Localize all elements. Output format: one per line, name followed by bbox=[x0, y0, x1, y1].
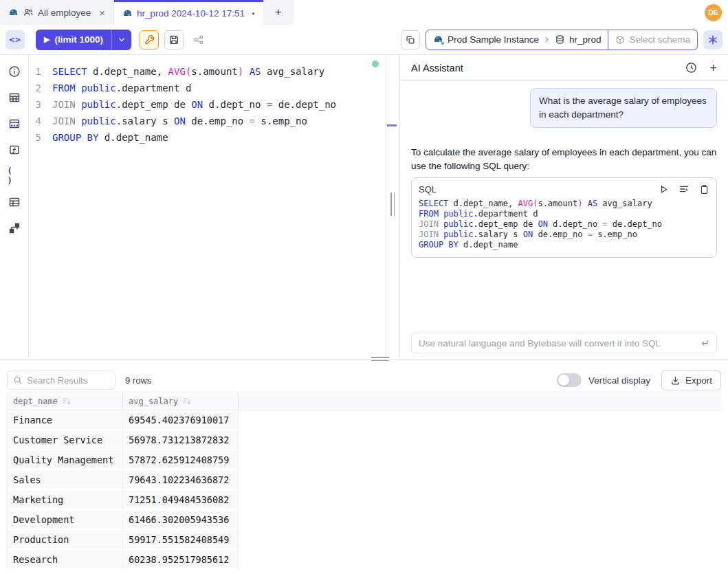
sql-editor[interactable]: 1SELECT d.dept_name, AVG(s.amount) AS av… bbox=[29, 55, 386, 359]
run-code-button[interactable] bbox=[659, 184, 669, 195]
scrollbar-thumb[interactable] bbox=[387, 124, 397, 126]
export-button[interactable]: Export bbox=[661, 370, 721, 390]
users-icon bbox=[23, 7, 34, 18]
code-line: 1SELECT d.dept_name, AVG(s.amount) AS av… bbox=[29, 63, 386, 80]
ai-prompt-input[interactable] bbox=[419, 338, 701, 349]
wrench-icon bbox=[144, 34, 155, 45]
admin-mode-button[interactable] bbox=[140, 30, 159, 49]
table-row[interactable]: Finance69545.402376910017 bbox=[8, 410, 721, 430]
user-message-bubble: What is the average salary of employees … bbox=[530, 88, 717, 128]
table-cell[interactable]: Quality Management bbox=[8, 450, 123, 470]
run-query-button[interactable]: ▶ (limit 1000) bbox=[36, 30, 131, 50]
tab-all-employee[interactable]: All employee × bbox=[0, 0, 114, 25]
line-number: 5 bbox=[29, 129, 52, 146]
chevron-down-icon bbox=[118, 36, 126, 44]
horizontal-resize-handle[interactable] bbox=[371, 357, 389, 361]
save-icon bbox=[168, 34, 179, 45]
avatar[interactable]: DE bbox=[705, 4, 722, 21]
table-row[interactable]: Production59917.551582408549 bbox=[8, 530, 721, 550]
table-row[interactable]: Marketing71251.049484536082 bbox=[8, 490, 721, 510]
schema-selector[interactable]: Select schema bbox=[608, 30, 698, 50]
horizontal-divider bbox=[0, 359, 728, 368]
sidebar-item-functions[interactable] bbox=[8, 143, 21, 157]
table-row[interactable]: Research60238.952517985612 bbox=[8, 550, 721, 570]
results-table-body: Finance69545.402376910017Customer Servic… bbox=[7, 410, 721, 570]
search-input[interactable] bbox=[27, 375, 109, 386]
vertical-display-toggle[interactable] bbox=[557, 373, 582, 387]
schema-diagram-icon bbox=[8, 222, 21, 234]
table-cell[interactable]: 60238.952517985612 bbox=[123, 550, 239, 570]
table-cell[interactable]: Marketing bbox=[8, 490, 123, 510]
connection-breadcrumb: Prod Sample Instance hr_prod Select sche… bbox=[426, 30, 698, 50]
table-cell[interactable]: 57872.625912408759 bbox=[123, 450, 239, 470]
ai-assistant-panel: AI Assistant + What is the average salar… bbox=[400, 55, 728, 359]
sql-editor-content[interactable]: 1SELECT d.dept_name, AVG(s.amount) AS av… bbox=[29, 63, 386, 146]
table-row[interactable]: Development61466.302005943536 bbox=[8, 510, 721, 530]
sidebar-item-schema-diagram[interactable] bbox=[8, 221, 21, 235]
ai-input-container: ↵ bbox=[411, 333, 717, 353]
copy-code-button[interactable] bbox=[699, 184, 709, 195]
sidebar-item-tables[interactable] bbox=[8, 91, 21, 104]
table-cell[interactable]: Research bbox=[8, 550, 123, 570]
results-table-header: dept_name avg_salary bbox=[7, 392, 721, 410]
column-header-dept-name[interactable]: dept_name bbox=[8, 393, 123, 410]
format-sql-button[interactable] bbox=[401, 30, 420, 49]
schema-placeholder: Select schema bbox=[629, 34, 690, 45]
table-cell[interactable]: 71251.049484536082 bbox=[123, 490, 239, 510]
table-cell[interactable]: 56978.731213872832 bbox=[123, 430, 239, 450]
schema-cube-icon bbox=[615, 35, 625, 45]
insert-format-icon bbox=[679, 184, 690, 195]
new-chat-button[interactable]: + bbox=[709, 62, 717, 74]
insert-code-button[interactable] bbox=[679, 184, 690, 195]
table-cell[interactable]: 61466.302005943536 bbox=[123, 510, 239, 530]
close-icon[interactable]: × bbox=[99, 8, 105, 18]
sidebar-item-procedures[interactable]: ( ) bbox=[8, 169, 21, 183]
sidebar-item-tables-highlighted[interactable] bbox=[8, 117, 21, 131]
instance-database-selector[interactable]: Prod Sample Instance hr_prod bbox=[426, 30, 608, 50]
code-line: 5GROUP BY d.dept_name bbox=[29, 129, 386, 146]
column-header-avg-salary[interactable]: avg_salary bbox=[123, 393, 239, 410]
new-tab-button[interactable]: + bbox=[263, 0, 294, 25]
share-button[interactable] bbox=[189, 30, 208, 49]
openai-assistant-button[interactable] bbox=[703, 30, 723, 49]
run-options-dropdown[interactable] bbox=[111, 30, 131, 50]
table-icon bbox=[8, 196, 21, 208]
line-number: 3 bbox=[29, 96, 52, 113]
table-cell[interactable]: Production bbox=[8, 530, 123, 550]
vertical-resize-handle[interactable] bbox=[390, 192, 395, 216]
clock-icon bbox=[685, 62, 697, 74]
code-line: JOIN public.salary s ON de.emp_no = s.em… bbox=[419, 230, 709, 240]
instance-name: Prod Sample Instance bbox=[448, 34, 539, 45]
table-cell[interactable]: 59917.551582408549 bbox=[123, 530, 239, 550]
editor-scroll-gutter[interactable] bbox=[386, 55, 400, 359]
code-panel-toggle-button[interactable]: <> bbox=[5, 30, 25, 49]
line-number: 2 bbox=[29, 80, 52, 96]
table-row[interactable]: Sales79643.102234636872 bbox=[8, 470, 721, 490]
tab-hr-prod[interactable]: hr_prod 2024-10-12 17:51 ● bbox=[114, 0, 263, 25]
table-row[interactable]: Customer Service56978.731213872832 bbox=[8, 430, 721, 450]
line-number: 1 bbox=[29, 63, 52, 80]
postgres-icon bbox=[8, 8, 19, 18]
table-cell[interactable]: Development bbox=[8, 510, 123, 530]
results-search-box[interactable] bbox=[7, 371, 115, 390]
assistant-code-block: SQL SELECT d.dept_name, AVG(s.amount) bbox=[411, 177, 717, 258]
ai-conversation: What is the average salary of employees … bbox=[400, 81, 728, 333]
table-cell[interactable]: 79643.102234636872 bbox=[123, 470, 239, 490]
toolbar-right-group: Prod Sample Instance hr_prod Select sche… bbox=[401, 30, 723, 50]
run-query-main[interactable]: ▶ (limit 1000) bbox=[36, 30, 111, 50]
export-label: Export bbox=[685, 375, 712, 386]
table-row[interactable]: Quality Management57872.625912408759 bbox=[8, 450, 721, 470]
openai-icon bbox=[707, 34, 718, 45]
play-outline-icon bbox=[659, 184, 669, 195]
history-button[interactable] bbox=[685, 62, 697, 74]
table-cell[interactable]: Customer Service bbox=[8, 430, 123, 450]
assistant-code-lines: SELECT d.dept_name, AVG(s.amount) AS avg… bbox=[419, 199, 709, 250]
assistant-response-text: To calculate the average salary of emplo… bbox=[411, 146, 717, 173]
save-button[interactable] bbox=[164, 30, 184, 49]
sidebar-item-info[interactable] bbox=[8, 65, 21, 78]
table-cell[interactable]: 69545.402376910017 bbox=[123, 410, 239, 430]
postgres-icon bbox=[122, 8, 133, 19]
table-cell[interactable]: Sales bbox=[8, 470, 123, 490]
table-cell[interactable]: Finance bbox=[8, 410, 123, 430]
sidebar-item-views[interactable] bbox=[8, 195, 21, 209]
